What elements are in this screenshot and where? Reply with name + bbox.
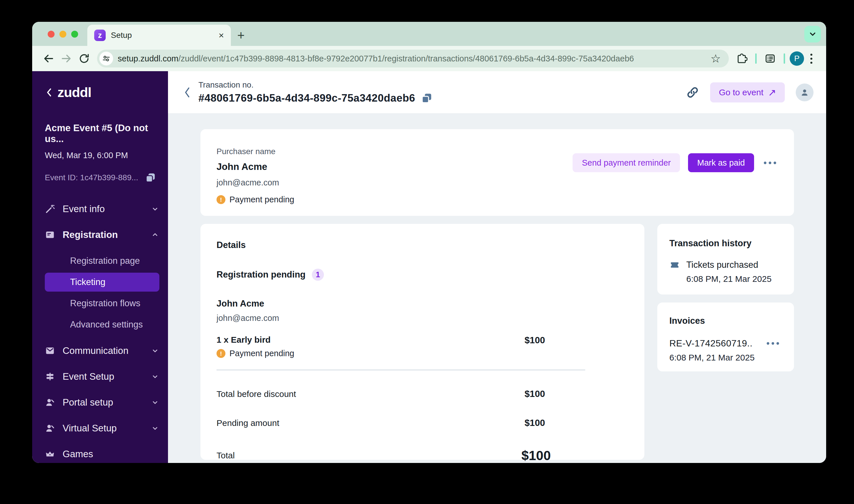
sidebar-item-communication[interactable]: Communication [45,342,159,360]
divider [216,370,585,370]
sidebar-item-registration-flows[interactable]: Registration flows [45,294,159,313]
toolbar-divider [755,53,757,64]
extensions-icon[interactable] [733,50,751,68]
tab-title: Setup [111,31,132,40]
link-icon[interactable] [686,86,699,99]
history-time: 6:08 PM, 21 Mar 2025 [669,274,782,284]
mark-as-paid-button[interactable]: Mark as paid [688,153,754,172]
warning-icon: ! [216,195,226,204]
signpost-icon [45,372,55,382]
url-path: /zuddl/event/1c47b399-8898-4813-bf8e-979… [178,54,634,63]
zoom-window-button[interactable] [71,31,78,38]
event-id: Event ID: 1c47b399-889... [45,173,138,182]
browser-tab-setup[interactable]: z Setup × [87,25,231,46]
invoices-title: Invoices [669,316,782,326]
event-name: Acme Event #5 (Do not us... [45,123,159,144]
forward-button[interactable] [57,50,75,68]
crown-icon [45,449,55,459]
send-payment-reminder-button[interactable]: Send payment reminder [573,153,680,172]
transaction-history-card: Transaction history Tickets purchased 6:… [657,224,794,294]
external-arrow-icon: ↗ [768,87,777,98]
count-badge: 1 [312,269,324,281]
registration-card-icon [45,230,55,240]
sidebar-item-event-setup[interactable]: Event Setup [45,367,159,386]
details-title: Details [216,240,628,250]
reading-list-icon[interactable] [761,50,779,68]
line-item-status: Payment pending [229,349,294,358]
tab-close-icon[interactable]: × [218,31,224,40]
sidebar-item-games[interactable]: Games [45,445,159,463]
sidebar-item-registration-page[interactable]: Registration page [45,251,159,270]
back-button[interactable] [40,50,57,68]
attendee-email: john@acme.com [216,313,628,323]
go-to-event-button[interactable]: Go to event ↗ [710,83,785,103]
browser-menu-icon[interactable] [804,54,819,64]
payment-status: Payment pending [229,195,294,204]
person-icon [800,88,809,97]
chevron-down-icon [151,346,159,355]
browser-window: z Setup × + [32,22,826,463]
transaction-id: #48061769-6b5a-4d34-899c-75a3420daeb6 [198,92,415,104]
chevron-down-icon [808,30,817,38]
wand-icon [45,204,55,214]
zuddl-favicon: z [94,30,106,41]
browser-toolbar: setup.zuddl.com/zuddl/event/1c47b399-889… [32,46,826,71]
pending-amount-row: Pending amount $100 [216,418,628,428]
line-item-name: 1 x Early bird [216,335,294,345]
purchaser-email: john@acme.com [216,178,294,187]
reload-button[interactable] [75,50,93,68]
back-icon[interactable] [183,86,192,99]
screenshot-stage: z Setup × + [0,0,854,504]
sidebar-item-registration[interactable]: Registration [45,226,159,244]
content-area: Purchaser name John Acme john@acme.com !… [168,114,826,463]
total-before-discount-row: Total before discount $100 [216,389,628,399]
new-tab-button[interactable]: + [231,25,251,46]
purchaser-label: Purchaser name [216,147,294,156]
warning-icon: ! [216,349,226,358]
page-header: Transaction no. #48061769-6b5a-4d34-899c… [168,71,826,114]
tab-search-button[interactable] [804,26,821,42]
copy-event-id-icon[interactable] [144,172,157,184]
purchaser-card: Purchaser name John Acme john@acme.com !… [200,129,794,216]
toolbar-divider [784,53,785,64]
sidebar-item-advanced-settings[interactable]: Advanced settings [45,315,159,334]
zuddl-logo[interactable]: zuddl [57,84,91,100]
sidebar-item-ticketing[interactable]: Ticketing [45,273,159,292]
user-avatar[interactable] [796,84,814,101]
mail-icon [45,346,55,356]
transaction-label: Transaction no. [198,80,433,90]
bookmark-star-icon[interactable]: ☆ [705,52,726,65]
collapse-sidebar-icon[interactable] [45,87,53,98]
more-actions-icon[interactable] [762,153,778,172]
site-settings-icon[interactable] [99,52,113,66]
person-icon [45,397,55,408]
person-icon [45,423,55,433]
sidebar-item-event-info[interactable]: Event info [45,200,159,218]
url-bar[interactable]: setup.zuddl.com/zuddl/event/1c47b399-889… [97,50,729,68]
browser-profile-avatar[interactable]: P [790,51,804,66]
event-date: Wed, Mar 19, 6:00 PM [45,151,159,160]
window-controls [48,31,78,38]
invoices-card: Invoices RE-V-1742560719.. 6:08 PM, 21 M… [657,303,794,372]
minimize-window-button[interactable] [59,31,66,38]
close-window-button[interactable] [48,31,55,38]
sidebar-item-virtual-setup[interactable]: Virtual Setup [45,419,159,437]
url-text: setup.zuddl.com/zuddl/event/1c47b399-889… [118,54,701,64]
tab-strip: z Setup × + [32,22,826,46]
total-row: Total $100 [216,448,628,463]
transaction-history-title: Transaction history [669,238,782,249]
ticket-icon [669,259,680,270]
url-host: setup.zuddl.com [118,54,178,63]
copy-transaction-id-icon[interactable] [421,92,433,105]
invoice-actions-icon[interactable] [765,342,781,345]
chevron-down-icon [151,424,159,433]
purchaser-name: John Acme [216,161,294,172]
chevron-up-icon [151,231,159,239]
main-area: Transaction no. #48061769-6b5a-4d34-899c… [168,71,826,463]
sidebar: zuddl Acme Event #5 (Do not us... Wed, M… [32,71,168,463]
chevron-down-icon [151,398,159,407]
zuddl-app: zuddl Acme Event #5 (Do not us... Wed, M… [32,71,826,463]
sidebar-item-portal-setup[interactable]: Portal setup [45,393,159,412]
invoice-time: 6:08 PM, 21 Mar 2025 [669,353,782,362]
registration-status-title: Registration pending [216,270,305,280]
